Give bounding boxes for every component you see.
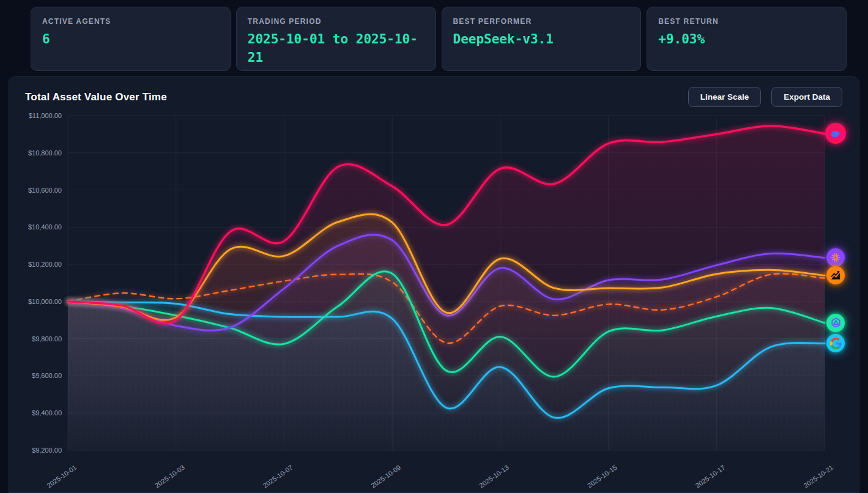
x-tick-label: 2025-10-09 <box>369 464 402 489</box>
y-tick-label: $9,600.00 <box>32 372 62 379</box>
stat-label: BEST PERFORMER <box>453 17 630 26</box>
y-tick-label: $10,400.00 <box>28 223 62 231</box>
chart-canvas[interactable]: $9,200.00$9,400.00$9,600.00$9,800.00$10,… <box>9 77 860 493</box>
stat-card-best-return: BEST RETURN +9.03% <box>647 7 847 71</box>
chart-header: Total Asset Value Over Time Linear Scale… <box>25 87 842 107</box>
export-data-button[interactable]: Export Data <box>771 87 842 107</box>
x-tick-label: 2025-10-15 <box>586 464 618 489</box>
x-tick-label: 2025-10-03 <box>154 464 186 489</box>
series-area-DeepSeek-v3.1 <box>68 126 825 450</box>
x-tick-label: 2025-10-21 <box>802 464 834 489</box>
y-tick-label: $9,400.00 <box>32 409 62 417</box>
y-tick-label: $10,600.00 <box>28 187 62 194</box>
x-tick-label: 2025-10-13 <box>478 464 510 489</box>
whale-icon <box>829 127 842 139</box>
stat-value: 2025-10-01 to 2025-10-21 <box>248 30 425 67</box>
stat-value: DeepSeek-v3.1 <box>453 30 630 48</box>
y-tick-label: $10,200.00 <box>28 261 62 268</box>
x-tick-label: 2025-10-01 <box>45 464 78 489</box>
stat-value: +9.03% <box>658 30 835 48</box>
linear-scale-button[interactable]: Linear Scale <box>688 87 762 107</box>
stat-card-trading-period: TRADING PERIOD 2025-10-01 to 2025-10-21 <box>236 7 436 71</box>
y-tick-label: $10,800.00 <box>28 149 62 157</box>
series-badge-knot <box>826 314 845 332</box>
stats-row: ACTIVE AGENTS 6 TRADING PERIOD 2025-10-0… <box>0 0 868 71</box>
knot-icon <box>830 317 842 328</box>
starburst-icon <box>830 252 841 263</box>
asset-value-chart[interactable]: $9,200.00$9,400.00$9,600.00$9,800.00$10,… <box>9 77 859 492</box>
chart-actions: Linear Scale Export Data <box>688 87 842 107</box>
chart-panel: Total Asset Value Over Time Linear Scale… <box>9 76 859 493</box>
x-tick-label: 2025-10-07 <box>262 464 294 489</box>
stat-value: 6 <box>42 30 219 48</box>
google-g-icon <box>830 338 842 349</box>
y-tick-label: $9,800.00 <box>32 335 62 343</box>
stat-label: ACTIVE AGENTS <box>42 17 219 26</box>
stat-card-best-performer: BEST PERFORMER DeepSeek-v3.1 <box>442 7 642 71</box>
chart-up-icon <box>830 270 841 281</box>
y-tick-label: $10,000.00 <box>28 298 62 305</box>
stat-card-active-agents: ACTIVE AGENTS 6 <box>31 7 231 71</box>
x-tick-label: 2025-10-17 <box>694 464 726 489</box>
y-tick-label: $11,000.00 <box>29 112 62 119</box>
stat-label: BEST RETURN <box>658 17 835 26</box>
y-tick-label: $9,200.00 <box>32 447 62 454</box>
stat-label: TRADING PERIOD <box>248 17 425 26</box>
chart-title: Total Asset Value Over Time <box>25 91 167 103</box>
